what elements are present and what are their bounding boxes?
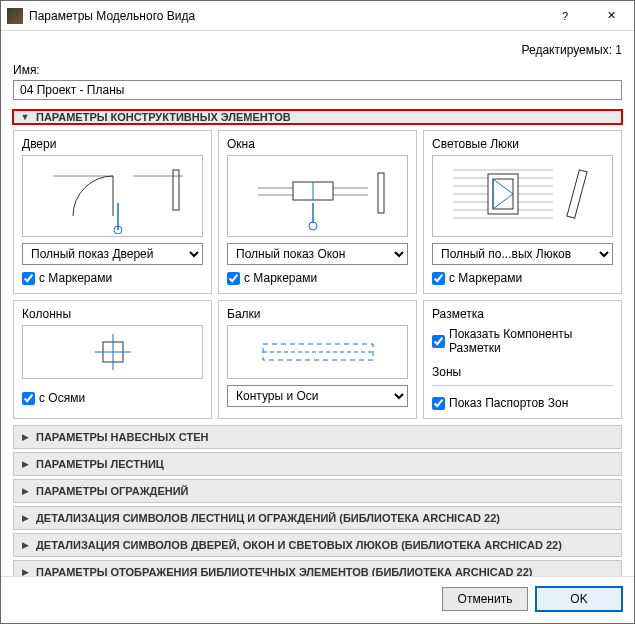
- windows-markers-label: с Маркерами: [244, 271, 317, 285]
- window-title: Параметры Модельного Вида: [29, 9, 542, 23]
- panel-columns: Колонны с Осями: [13, 300, 212, 419]
- doors-preview: [22, 155, 203, 237]
- zones-passports-check[interactable]: Показ Паспортов Зон: [432, 396, 613, 410]
- doors-display-combo[interactable]: Полный показ Дверей: [22, 243, 203, 265]
- triangle-right-icon: ▶: [20, 513, 30, 523]
- doors-markers-label: с Маркерами: [39, 271, 112, 285]
- triangle-right-icon: ▶: [20, 459, 30, 469]
- section-collapsed-3[interactable]: ▶ДЕТАЛИЗАЦИЯ СИМВОЛОВ ЛЕСТНИЦ И ОГРАЖДЕН…: [13, 506, 622, 530]
- panel-beams: Балки Контуры и Оси: [218, 300, 417, 419]
- section-title: ДЕТАЛИЗАЦИЯ СИМВОЛОВ ДВЕРЕЙ, ОКОН И СВЕТ…: [36, 539, 562, 551]
- windows-preview: [227, 155, 408, 237]
- section-collapsed-0[interactable]: ▶ПАРАМЕТРЫ НАВЕСНЫХ СТЕН: [13, 425, 622, 449]
- skylights-markers-check[interactable]: с Маркерами: [432, 271, 613, 285]
- section-construction-elements[interactable]: ▼ ПАРАМЕТРЫ КОНСТРУКТИВНЫХ ЭЛЕМЕНТОВ: [13, 110, 622, 124]
- section-collapsed-2[interactable]: ▶ПАРАМЕТРЫ ОГРАЖДЕНИЙ: [13, 479, 622, 503]
- section-title: ПАРАМЕТРЫ КОНСТРУКТИВНЫХ ЭЛЕМЕНТОВ: [36, 111, 291, 123]
- triangle-down-icon: ▼: [20, 112, 30, 122]
- windows-markers-checkbox[interactable]: [227, 272, 240, 285]
- triangle-right-icon: ▶: [20, 540, 30, 550]
- titlebar: Параметры Модельного Вида ? ✕: [1, 1, 634, 31]
- skylights-markers-checkbox[interactable]: [432, 272, 445, 285]
- section-title: ПАРАМЕТРЫ ОТОБРАЖЕНИЯ БИБЛИОТЕЧНЫХ ЭЛЕМЕ…: [36, 566, 533, 576]
- editable-label: Редактируемых:: [522, 43, 612, 57]
- name-label: Имя:: [13, 63, 622, 77]
- triangle-right-icon: ▶: [20, 567, 30, 576]
- panel-skylights: Световые Люки: [423, 130, 622, 294]
- columns-axes-checkbox[interactable]: [22, 392, 35, 405]
- zones-title: Зоны: [432, 365, 613, 379]
- columns-title: Колонны: [22, 307, 203, 321]
- columns-axes-check[interactable]: с Осями: [22, 391, 203, 405]
- section-title: ПАРАМЕТРЫ НАВЕСНЫХ СТЕН: [36, 431, 208, 443]
- close-button[interactable]: ✕: [588, 1, 634, 30]
- triangle-right-icon: ▶: [20, 486, 30, 496]
- section-title: ПАРАМЕТРЫ ЛЕСТНИЦ: [36, 458, 164, 470]
- svg-rect-23: [566, 170, 586, 218]
- content-area: Редактируемых: 1 Имя: ▼ ПАРАМЕТРЫ КОНСТР…: [1, 31, 634, 576]
- dialog-footer: Отменить OK: [1, 576, 634, 623]
- beams-display-combo[interactable]: Контуры и Оси: [227, 385, 408, 407]
- editable-count: Редактируемых: 1: [13, 43, 622, 57]
- section-title: ДЕТАЛИЗАЦИЯ СИМВОЛОВ ЛЕСТНИЦ И ОГРАЖДЕНИ…: [36, 512, 500, 524]
- markup-components-check[interactable]: Показать Компоненты Разметки: [432, 327, 613, 355]
- svg-point-11: [309, 222, 317, 230]
- columns-preview: [22, 325, 203, 379]
- doors-markers-checkbox[interactable]: [22, 272, 35, 285]
- zones-passports-checkbox[interactable]: [432, 397, 445, 410]
- doors-title: Двери: [22, 137, 203, 151]
- skylights-display-combo[interactable]: Полный по...вых Люков: [432, 243, 613, 265]
- windows-title: Окна: [227, 137, 408, 151]
- svg-rect-12: [378, 173, 384, 213]
- skylights-markers-label: с Маркерами: [449, 271, 522, 285]
- section-collapsed-4[interactable]: ▶ДЕТАЛИЗАЦИЯ СИМВОЛОВ ДВЕРЕЙ, ОКОН И СВЕ…: [13, 533, 622, 557]
- windows-markers-check[interactable]: с Маркерами: [227, 271, 408, 285]
- beams-title: Балки: [227, 307, 408, 321]
- markup-components-label: Показать Компоненты Разметки: [449, 327, 613, 355]
- markup-title: Разметка: [432, 307, 613, 321]
- editable-count-value: 1: [615, 43, 622, 57]
- section-title: ПАРАМЕТРЫ ОГРАЖДЕНИЙ: [36, 485, 189, 497]
- skylights-preview: [432, 155, 613, 237]
- triangle-right-icon: ▶: [20, 432, 30, 442]
- columns-axes-label: с Осями: [39, 391, 85, 405]
- name-input[interactable]: [13, 80, 622, 100]
- panel-markup-zones: Разметка Показать Компоненты Разметки Зо…: [423, 300, 622, 419]
- help-button[interactable]: ?: [542, 1, 588, 30]
- dialog-window: Параметры Модельного Вида ? ✕ Редактируе…: [0, 0, 635, 624]
- app-icon: [7, 8, 23, 24]
- section-collapsed-5[interactable]: ▶ПАРАМЕТРЫ ОТОБРАЖЕНИЯ БИБЛИОТЕЧНЫХ ЭЛЕМ…: [13, 560, 622, 576]
- beams-preview: [227, 325, 408, 379]
- windows-display-combo[interactable]: Полный показ Окон: [227, 243, 408, 265]
- ok-button[interactable]: OK: [536, 587, 622, 611]
- markup-components-checkbox[interactable]: [432, 335, 445, 348]
- skylights-title: Световые Люки: [432, 137, 613, 151]
- doors-markers-check[interactable]: с Маркерами: [22, 271, 203, 285]
- panel-windows: Окна Полный показ Окон: [218, 130, 417, 294]
- zones-passports-label: Показ Паспортов Зон: [449, 396, 568, 410]
- section-collapsed-1[interactable]: ▶ПАРАМЕТРЫ ЛЕСТНИЦ: [13, 452, 622, 476]
- cancel-button[interactable]: Отменить: [442, 587, 528, 611]
- panel-doors: Двери Полный показ Дверей: [13, 130, 212, 294]
